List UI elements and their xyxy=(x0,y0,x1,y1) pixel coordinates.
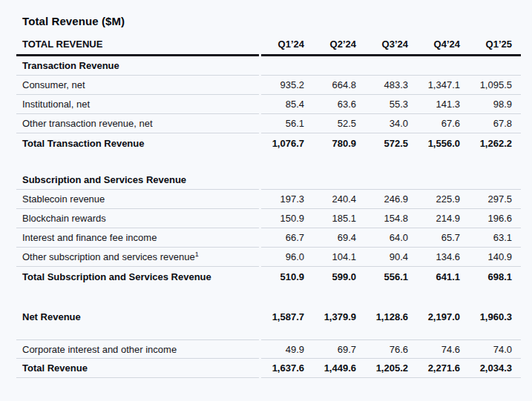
financial-report-page: Total Revenue ($M) TOTAL REVENUE Q1’24 Q… xyxy=(0,0,532,401)
column-header-q3-24: Q3’24 xyxy=(365,32,417,56)
cell-value: 154.8 xyxy=(365,209,417,228)
cell-value: 698.1 xyxy=(469,267,521,286)
cell-value: 140.9 xyxy=(469,248,521,267)
cell-value: 1,587.7 xyxy=(261,307,313,326)
table-row-other-transaction-revenue: Other transaction revenue, net 56.1 52.5… xyxy=(16,114,521,133)
cell-value: 1,262.2 xyxy=(469,133,521,153)
row-label: Institutional, net xyxy=(16,95,259,114)
cell-value: 63.1 xyxy=(469,228,521,248)
page-title: Total Revenue ($M) xyxy=(0,0,532,27)
cell-value: 55.3 xyxy=(365,95,417,114)
cell-value: 225.9 xyxy=(417,190,469,209)
column-header-q1-24: Q1’24 xyxy=(261,32,313,56)
total-revenue-table: TOTAL REVENUE Q1’24 Q2’24 Q3’24 Q4’24 Q1… xyxy=(16,32,521,378)
cell-value: 52.5 xyxy=(313,114,365,133)
cell-value: 1,347.1 xyxy=(417,76,469,95)
cell-value: 69.4 xyxy=(313,228,365,248)
section-label: Subscription and Services Revenue xyxy=(16,170,259,190)
table-row-interest-finance-fee-income: Interest and finance fee income 66.7 69.… xyxy=(16,228,521,248)
cell-value: 1,960.3 xyxy=(469,307,521,326)
cell-value: 98.9 xyxy=(469,95,521,114)
column-header-q1-25: Q1’25 xyxy=(469,32,521,56)
row-label: Corporate interest and other income xyxy=(16,339,259,359)
cell-value: 64.0 xyxy=(365,228,417,248)
table-row-consumer-net: Consumer, net 935.2 664.8 483.3 1,347.1 … xyxy=(16,76,521,95)
cell-value: 66.7 xyxy=(261,228,313,248)
cell-value: 556.1 xyxy=(365,267,417,286)
cell-value: 1,379.9 xyxy=(313,307,365,326)
total-row-net-revenue: Net Revenue 1,587.7 1,379.9 1,128.6 2,19… xyxy=(16,307,521,326)
cell-value: 63.6 xyxy=(313,95,365,114)
total-row-transaction-revenue: Total Transaction Revenue 1,076.7 780.9 … xyxy=(16,133,521,153)
cell-value: 67.6 xyxy=(417,114,469,133)
cell-value: 246.9 xyxy=(365,190,417,209)
row-label: Other transaction revenue, net xyxy=(16,114,259,133)
cell-value: 572.5 xyxy=(365,133,417,153)
section-spacer xyxy=(16,326,521,339)
table-header-row: TOTAL REVENUE Q1’24 Q2’24 Q3’24 Q4’24 Q1… xyxy=(16,32,521,56)
row-label: Blockchain rewards xyxy=(16,209,259,228)
cell-value: 1,449.6 xyxy=(313,359,365,378)
cell-value: 67.8 xyxy=(469,114,521,133)
cell-value: 134.6 xyxy=(417,248,469,267)
row-label: Other subscription and services revenue xyxy=(22,251,195,262)
cell-value: 2,271.6 xyxy=(417,359,469,378)
row-label: Interest and finance fee income xyxy=(16,228,259,248)
column-header-q4-24: Q4’24 xyxy=(417,32,469,56)
cell-value: 1,205.2 xyxy=(365,359,417,378)
footnote-marker: 1 xyxy=(195,251,199,258)
total-row-subscription-services-revenue: Total Subscription and Services Revenue … xyxy=(16,267,521,286)
column-header-q2-24: Q2’24 xyxy=(313,32,365,56)
cell-value: 1,637.6 xyxy=(261,359,313,378)
cell-value: 74.6 xyxy=(417,339,469,359)
cell-value: 69.7 xyxy=(313,339,365,359)
cell-value: 297.5 xyxy=(469,190,521,209)
cell-value: 185.1 xyxy=(313,209,365,228)
cell-value: 599.0 xyxy=(313,267,365,286)
section-row-subscription-services-revenue: Subscription and Services Revenue xyxy=(16,170,521,190)
cell-value: 664.8 xyxy=(313,76,365,95)
cell-value: 96.0 xyxy=(261,248,313,267)
section-spacer xyxy=(16,286,521,307)
cell-value: 935.2 xyxy=(261,76,313,95)
row-label: Total Transaction Revenue xyxy=(16,133,259,153)
section-spacer xyxy=(16,153,521,170)
cell-value: 2,197.0 xyxy=(417,307,469,326)
row-label: Consumer, net xyxy=(16,76,259,95)
cell-value: 85.4 xyxy=(261,95,313,114)
cell-value: 641.1 xyxy=(417,267,469,286)
cell-value: 1,076.7 xyxy=(261,133,313,153)
cell-value: 141.3 xyxy=(417,95,469,114)
cell-value: 1,556.0 xyxy=(417,133,469,153)
cell-value: 510.9 xyxy=(261,267,313,286)
cell-value: 74.0 xyxy=(469,339,521,359)
cell-value: 214.9 xyxy=(417,209,469,228)
section-row-transaction-revenue: Transaction Revenue xyxy=(16,56,521,76)
table-row-stablecoin-revenue: Stablecoin revenue 197.3 240.4 246.9 225… xyxy=(16,190,521,209)
section-label: Transaction Revenue xyxy=(16,56,259,76)
cell-value: 1,095.5 xyxy=(469,76,521,95)
cell-value: 49.9 xyxy=(261,339,313,359)
cell-value: 240.4 xyxy=(313,190,365,209)
cell-value: 76.6 xyxy=(365,339,417,359)
table-row-blockchain-rewards: Blockchain rewards 150.9 185.1 154.8 214… xyxy=(16,209,521,228)
cell-value: 197.3 xyxy=(261,190,313,209)
row-label: Stablecoin revenue xyxy=(16,190,259,209)
cell-value: 90.4 xyxy=(365,248,417,267)
cell-value: 104.1 xyxy=(313,248,365,267)
cell-value: 483.3 xyxy=(365,76,417,95)
cell-value: 1,128.6 xyxy=(365,307,417,326)
cell-value: 196.6 xyxy=(469,209,521,228)
table-row-corporate-interest-other-income: Corporate interest and other income 49.9… xyxy=(16,339,521,359)
row-label: Total Subscription and Services Revenue xyxy=(16,267,259,286)
row-label: Net Revenue xyxy=(16,307,259,326)
cell-value: 56.1 xyxy=(261,114,313,133)
cell-value: 2,034.3 xyxy=(469,359,521,378)
total-row-total-revenue: Total Revenue 1,637.6 1,449.6 1,205.2 2,… xyxy=(16,359,521,378)
cell-value: 65.7 xyxy=(417,228,469,248)
cell-value: 150.9 xyxy=(261,209,313,228)
cell-value: 780.9 xyxy=(313,133,365,153)
table-row-institutional-net: Institutional, net 85.4 63.6 55.3 141.3 … xyxy=(16,95,521,114)
table-row-other-subscription-services-revenue: Other subscription and services revenue1… xyxy=(16,248,521,267)
table-header-label: TOTAL REVENUE xyxy=(16,32,259,56)
